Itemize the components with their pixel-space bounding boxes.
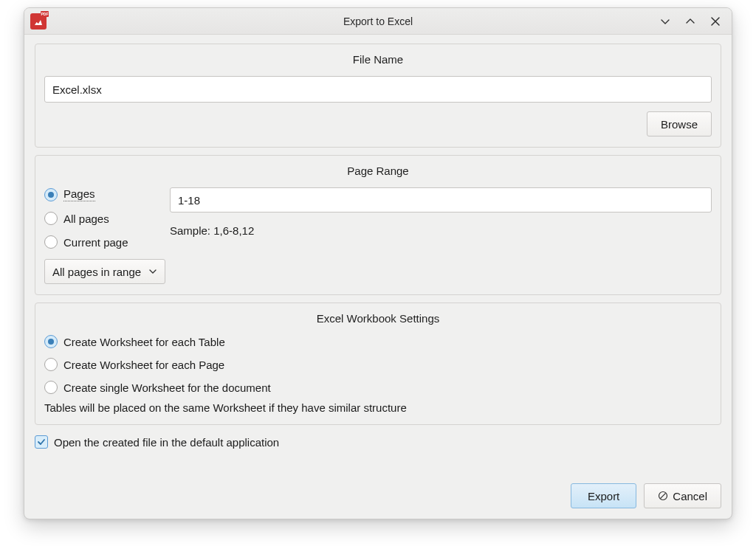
radio-icon: [44, 358, 58, 371]
open-after-label: Open the created file in the default app…: [54, 436, 279, 449]
open-after-export-checkbox[interactable]: Open the created file in the default app…: [35, 435, 721, 449]
workbook-settings-title: Excel Workbook Settings: [44, 311, 712, 335]
radio-pages[interactable]: Pages: [44, 187, 155, 201]
file-name-group: File Name Browse: [35, 44, 721, 148]
file-name-input[interactable]: [44, 76, 712, 103]
radio-all-label: All pages: [63, 212, 109, 225]
radio-current-page[interactable]: Current page: [44, 235, 155, 249]
dialog-body: File Name Browse Page Range Pages All pa…: [24, 35, 732, 519]
window-title: Export to Excel: [24, 8, 732, 35]
cancel-icon: [658, 491, 668, 501]
file-name-title: File Name: [44, 52, 712, 76]
spacer: [35, 449, 721, 476]
radio-icon: [44, 212, 58, 225]
radio-worksheet-single[interactable]: Create single Worksheet for the document: [44, 381, 712, 394]
workbook-settings-group: Excel Workbook Settings Create Worksheet…: [35, 303, 721, 425]
chevron-up-icon: [684, 15, 696, 27]
radio-worksheet-per-table[interactable]: Create Worksheet for each Table: [44, 335, 712, 348]
titlebar: PDF Export to Excel: [24, 8, 732, 35]
radio-current-label: Current page: [63, 236, 128, 249]
close-button[interactable]: [708, 14, 723, 29]
radio-all-pages[interactable]: All pages: [44, 212, 155, 225]
radio-worksheet-per-page[interactable]: Create Worksheet for each Page: [44, 358, 712, 371]
radio-icon: [44, 381, 58, 394]
page-range-input[interactable]: [170, 187, 712, 212]
radio-per-page-label: Create Worksheet for each Page: [63, 359, 224, 371]
cancel-button[interactable]: Cancel: [644, 483, 721, 508]
app-icon: PDF: [30, 13, 47, 30]
maximize-button[interactable]: [683, 14, 698, 29]
chevron-down-icon: [148, 267, 157, 276]
page-subset-combo[interactable]: All pages in range: [44, 259, 165, 284]
radio-icon: [44, 235, 58, 249]
browse-button[interactable]: Browse: [647, 111, 712, 136]
radio-icon: [44, 188, 58, 201]
dialog-window: PDF Export to Excel File: [24, 7, 732, 519]
minimize-button[interactable]: [658, 14, 673, 29]
export-button[interactable]: Export: [571, 483, 636, 508]
pdf-badge-icon: PDF: [41, 11, 49, 17]
dialog-footer: Export Cancel: [35, 483, 721, 508]
close-icon: [710, 16, 721, 27]
page-range-sample-text: Sample: 1,6-8,12: [170, 224, 712, 237]
page-range-title: Page Range: [44, 163, 712, 187]
cancel-label: Cancel: [673, 490, 707, 502]
radio-single-label: Create single Worksheet for the document: [63, 381, 271, 394]
radio-icon: [44, 335, 58, 348]
page-range-group: Page Range Pages All pages Current page: [35, 155, 721, 295]
window-controls: [658, 14, 732, 29]
radio-pages-label: Pages: [63, 187, 95, 201]
workbook-note-text: Tables will be placed on the same Worksh…: [35, 401, 712, 414]
page-subset-value: All pages in range: [52, 266, 141, 278]
checkbox-icon: [35, 435, 48, 449]
chevron-down-icon: [659, 15, 671, 27]
radio-per-table-label: Create Worksheet for each Table: [63, 336, 225, 348]
